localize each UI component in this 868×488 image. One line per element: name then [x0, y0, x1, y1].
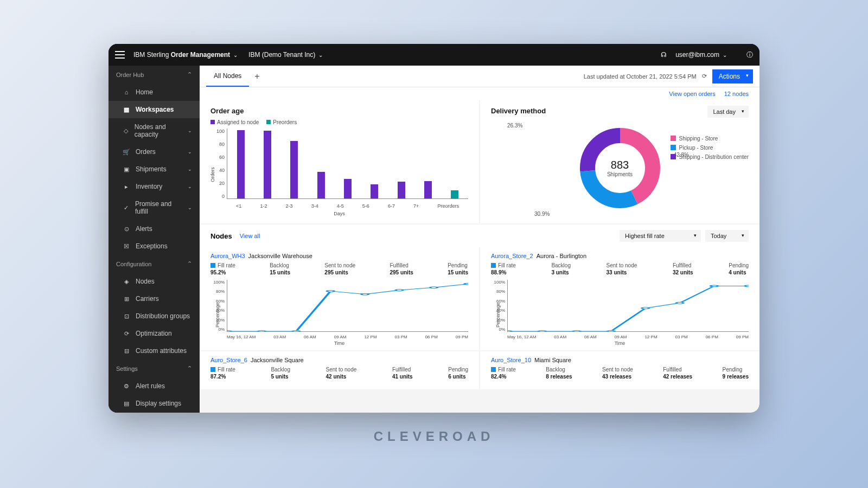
- sidebar-item-exceptions[interactable]: ☒Exceptions: [108, 237, 200, 255]
- hamburger-icon[interactable]: [115, 50, 125, 60]
- bar: [264, 131, 271, 198]
- sidebar-item-orders[interactable]: 🛒Orders⌄: [108, 143, 200, 160]
- pending-value: 15 units: [448, 269, 468, 275]
- sidebar-item-display-settings[interactable]: ▤Display settings: [108, 395, 200, 412]
- legend-swatch-preorders: [266, 120, 271, 124]
- svg-point-17: [711, 285, 718, 287]
- tenant-name: IBM (Demo Tenant Inc): [248, 51, 315, 59]
- view-all-link[interactable]: View all: [240, 233, 260, 239]
- sidebar-item-label: Display settings: [136, 400, 181, 407]
- svg-point-11: [508, 331, 512, 331]
- svg-point-7: [361, 293, 368, 295]
- node-code-link[interactable]: Auro_Store_10: [491, 357, 531, 363]
- x-axis-label: Days: [334, 211, 345, 216]
- sidebar-item-label: Home: [136, 88, 153, 96]
- backlog-value: 5 units: [271, 374, 290, 380]
- actions-button[interactable]: Actions: [712, 69, 753, 84]
- bar: [398, 182, 405, 198]
- sidebar-item-optimization[interactable]: ⟳Optimization: [108, 325, 200, 342]
- legend-label: Shipping - Distribution center: [679, 154, 749, 160]
- sidebar-section-orderhub[interactable]: Order Hub⌃: [108, 66, 200, 84]
- sidebar-item-user-roles[interactable]: 👤User roles: [108, 412, 200, 413]
- sent-value: 43 releases: [602, 374, 633, 380]
- bar: [317, 172, 325, 198]
- view-open-orders-link[interactable]: View open orders: [669, 91, 715, 97]
- sidebar-item-alert-rules[interactable]: ⚙Alert rules: [108, 377, 200, 395]
- sort-dropdown[interactable]: Highest fill rate: [620, 230, 701, 242]
- node-count-link[interactable]: 12 nodes: [724, 91, 749, 97]
- sidebar-icon: ▤: [123, 400, 130, 407]
- user-menu[interactable]: user@ibm.com ⌄: [675, 51, 727, 59]
- sidebar-item-label: Alert rules: [136, 382, 165, 390]
- sidebar-item-inventory[interactable]: ▸Inventory⌄: [108, 178, 200, 195]
- sidebar-item-promise-and-fulfill[interactable]: ✓Promise and fulfill⌄: [108, 195, 200, 220]
- node-name-text: Miami Square: [534, 357, 571, 363]
- bar: [344, 179, 352, 198]
- sidebar-item-carriers[interactable]: ⊞Carriers: [108, 290, 200, 307]
- app-name-light: IBM Sterling: [133, 51, 171, 59]
- bar: [237, 130, 245, 198]
- sidebar-item-home[interactable]: ⌂Home: [108, 84, 200, 101]
- legend-swatch: [671, 136, 676, 141]
- order-age-legend: Assigned to node Preorders: [210, 119, 468, 125]
- tab-all-nodes[interactable]: All Nodes: [206, 66, 249, 87]
- sidebar-item-label: Exceptions: [136, 242, 168, 250]
- backlog-value: 3 units: [551, 269, 571, 275]
- time-dropdown[interactable]: Today: [705, 230, 749, 242]
- fulfilled-value: 41 units: [392, 374, 413, 380]
- sidebar-item-custom-attributes[interactable]: ⊟Custom attributes: [108, 342, 200, 359]
- chevron-down-icon: ⌄: [188, 205, 192, 210]
- svg-point-15: [642, 307, 649, 309]
- chevron-down-icon: ⌄: [188, 128, 192, 133]
- legend-label: Pickup - Store: [679, 145, 713, 151]
- legend-swatch: [671, 154, 676, 159]
- chevron-up-icon: ⌃: [187, 365, 192, 372]
- x-axis-label: Time: [615, 341, 626, 346]
- sidebar-item-label: Inventory: [136, 183, 162, 190]
- sidebar-section-settings[interactable]: Settings⌃: [108, 359, 200, 377]
- node-card: Aurora_Store_2Aurora - Burlington Fill r…: [480, 247, 760, 350]
- last-updated-text: Last updated at October 21, 2022 5:54 PM: [584, 73, 697, 80]
- order-age-panel: Order age Assigned to node Preorders 100…: [200, 100, 479, 223]
- fill-rate-value: 88.9%: [491, 269, 516, 275]
- fulfilled-value: 42 releases: [663, 374, 692, 380]
- panel-title: Order age: [210, 107, 468, 115]
- node-name-text: Aurora - Burlington: [537, 253, 586, 259]
- sidebar-item-shipments[interactable]: ▣Shipments⌄: [108, 160, 200, 178]
- node-card: Auro_Store_10Miami Square Fill rate82.4%…: [480, 351, 760, 389]
- sidebar-icon: ⊞: [123, 295, 130, 303]
- sidebar-item-nodes-and-capacity[interactable]: ◇Nodes and capacity⌄: [108, 118, 200, 143]
- backlog-value: 15 units: [270, 269, 290, 275]
- node-code-link[interactable]: Auro_Store_6: [210, 357, 247, 363]
- notification-icon[interactable]: ☊: [661, 51, 667, 59]
- shipment-count: 883: [607, 159, 633, 171]
- app-switcher[interactable]: IBM Sterling Order Management ⌄: [133, 51, 238, 59]
- help-icon[interactable]: ⓘ: [746, 50, 753, 60]
- sidebar-item-distribution-groups[interactable]: ⊡Distribution groups: [108, 307, 200, 325]
- sidebar-item-alerts[interactable]: ⊙Alerts: [108, 220, 200, 237]
- app-name-bold: Order Management: [171, 51, 230, 59]
- y-axis-label: Percentage: [495, 303, 501, 328]
- sidebar-icon: ◇: [123, 127, 129, 134]
- tenant-switcher[interactable]: IBM (Demo Tenant Inc) ⌄: [248, 51, 323, 59]
- sidebar-item-nodes[interactable]: ◈Nodes: [108, 273, 200, 290]
- sidebar-item-label: Custom attributes: [136, 347, 187, 355]
- sidebar: Order Hub⌃ ⌂Home▦Workspaces◇Nodes and ca…: [108, 66, 200, 413]
- node-code-link[interactable]: Aurora_Store_2: [491, 253, 533, 259]
- legend-swatch-assigned: [210, 120, 215, 124]
- sidebar-section-config[interactable]: Configuration⌃: [108, 255, 200, 273]
- sidebar-item-label: Nodes: [136, 278, 155, 285]
- node-name-text: Jacksonville Square: [251, 357, 304, 363]
- refresh-icon[interactable]: ⟳: [702, 73, 707, 80]
- chevron-down-icon: ⌄: [723, 52, 727, 58]
- add-tab-button[interactable]: +: [249, 72, 265, 81]
- svg-point-3: [227, 331, 231, 331]
- svg-point-13: [573, 331, 580, 331]
- sidebar-item-workspaces[interactable]: ▦Workspaces: [108, 101, 200, 118]
- node-code-link[interactable]: Aurora_WH3: [210, 253, 245, 259]
- delivery-method-panel: Delivery method Last day 883 Shipments 2…: [480, 100, 760, 223]
- sent-value: 42 units: [326, 374, 357, 380]
- sidebar-icon: ⊟: [123, 347, 130, 355]
- delivery-timerange-dropdown[interactable]: Last day: [707, 106, 749, 118]
- sidebar-item-label: Workspaces: [136, 106, 174, 113]
